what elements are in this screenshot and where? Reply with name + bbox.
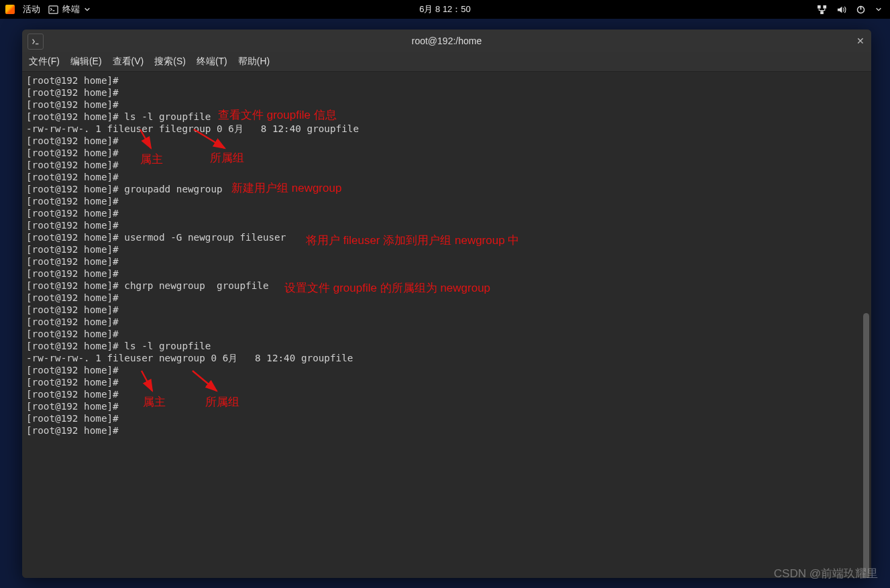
window-titlebar[interactable]: root@192:/home ✕ [22,30,871,52]
titlebar-terminal-icon[interactable] [27,34,44,50]
svg-rect-1 [818,5,821,8]
topbar-app-name: 终端 [62,3,80,15]
volume-icon[interactable] [836,5,846,15]
svg-rect-0 [49,5,58,13]
menu-terminal[interactable]: 终端(T) [197,56,227,68]
activities-button[interactable]: 活动 [23,3,40,15]
menu-file[interactable]: 文件(F) [29,56,60,68]
chevron-down-icon [84,6,91,13]
terminal-icon [31,37,40,46]
menu-help[interactable]: 帮助(H) [238,56,270,68]
terminal-area[interactable]: [root@192 home]# [root@192 home]# [root@… [22,72,871,578]
menu-view[interactable]: 查看(V) [113,56,144,68]
gnome-topbar: 活动 终端 6月 8 12：50 [0,0,890,19]
menubar: 文件(F) 编辑(E) 查看(V) 搜索(S) 终端(T) 帮助(H) [22,52,871,72]
svg-rect-2 [823,5,826,8]
terminal-scrollbar[interactable] [863,72,870,578]
terminal-window: root@192:/home ✕ 文件(F) 编辑(E) 查看(V) 搜索(S)… [22,30,871,578]
power-icon[interactable] [856,5,866,15]
topbar-app-indicator[interactable]: 终端 [48,3,91,15]
menu-edit[interactable]: 编辑(E) [70,56,102,68]
network-icon[interactable] [817,5,827,15]
places-logo-icon [5,5,15,14]
chevron-down-icon[interactable] [875,6,882,13]
terminal-small-icon [48,5,58,15]
menu-search[interactable]: 搜索(S) [154,56,186,68]
topbar-clock[interactable]: 6月 8 12：50 [419,3,471,15]
watermark: CSDN @前端玖耀里 [774,566,878,581]
close-button[interactable]: ✕ [856,36,865,46]
terminal-output[interactable]: [root@192 home]# [root@192 home]# [root@… [22,72,871,439]
window-title: root@192:/home [412,36,482,46]
scrollbar-thumb[interactable] [863,313,869,578]
svg-rect-3 [820,11,824,14]
